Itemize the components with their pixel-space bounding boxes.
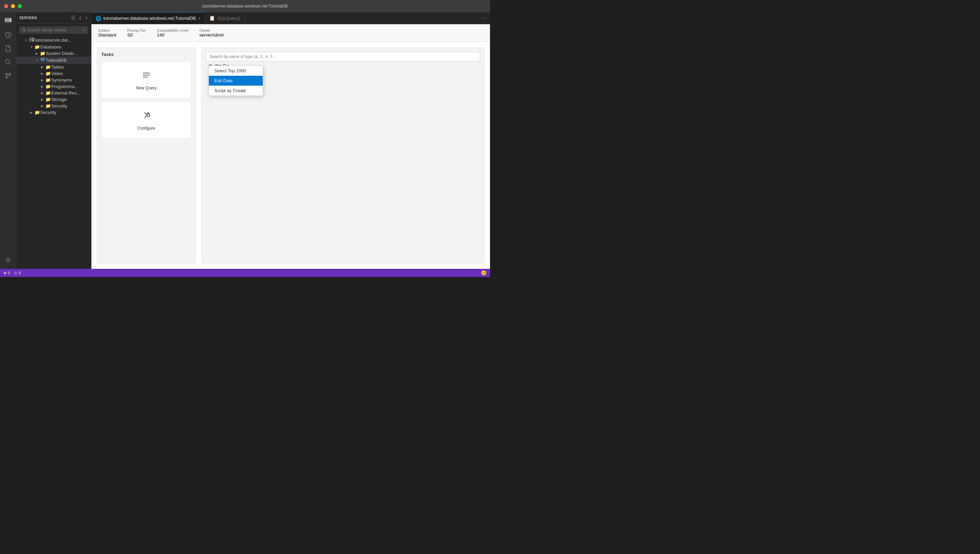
- db-info-bar: Edition Standard Pricing Tier S0 Compati…: [91, 24, 490, 42]
- tree-item-tables[interactable]: ▶ 📁 Tables: [16, 64, 91, 70]
- tab-tutorialdb-icon: 🌐: [96, 16, 101, 21]
- tree-item-security1[interactable]: ▶ 📁 Security: [16, 103, 91, 109]
- storage-label: Storage: [51, 97, 91, 102]
- svg-line-6: [9, 63, 11, 65]
- system-db-folder-icon: 📁: [40, 51, 46, 56]
- tree: ▾ tutorialserver.dat... ▾ 📁 Databases: [16, 37, 91, 269]
- warning-icon: ⚠: [14, 271, 18, 275]
- tree-item-storage[interactable]: ▶ 📁 Storage: [16, 96, 91, 103]
- search-clear-icon[interactable]: ×: [83, 28, 86, 32]
- pricing-value: S0: [127, 32, 146, 38]
- views-folder-icon: 📁: [45, 71, 51, 76]
- two-col-layout: Tasks New Query: [91, 42, 490, 269]
- tree-item-security2[interactable]: ▶ 📁 Security: [16, 109, 91, 116]
- tree-item-synonyms[interactable]: ▶ 📁 Synonyms: [16, 77, 91, 83]
- svg-point-7: [6, 73, 8, 75]
- compat-value: 140: [157, 32, 188, 38]
- status-bar: ⊗ 0 ⚠ 0 😊: [0, 269, 490, 277]
- chevron-tables: ▶: [40, 65, 45, 69]
- programmability-label: Programma...: [51, 84, 91, 89]
- edition-value: Standard: [98, 32, 116, 38]
- activity-git-icon[interactable]: [2, 70, 14, 82]
- sidebar-icon-btn-1[interactable]: ☰: [70, 14, 76, 21]
- tree-item-external-res[interactable]: ▶ 📁 External Res...: [16, 90, 91, 96]
- security1-folder-icon: 📁: [45, 103, 51, 108]
- chevron-tutorialdb: ▾: [34, 58, 40, 62]
- status-errors: ⊗ 0: [3, 271, 10, 275]
- tree-item-system-db[interactable]: ▶ 📁 System Datab...: [16, 50, 91, 57]
- tab-tutorialdb-close[interactable]: ×: [198, 16, 201, 21]
- tree-item-views[interactable]: ▶ 📁 Views: [16, 70, 91, 77]
- tables-panel: ▦ dbo.Cu Select Top 1000 Edit Data Scrip…: [201, 48, 484, 263]
- context-menu-script-as-create[interactable]: Script as Create: [209, 86, 263, 96]
- maximize-button[interactable]: [18, 4, 22, 8]
- chevron-security1: ▶: [40, 104, 45, 108]
- sidebar-title: SERVERS: [19, 16, 69, 20]
- pricing-label: Pricing Tier: [127, 28, 146, 32]
- databases-label: Databases: [40, 45, 91, 49]
- tree-item-databases[interactable]: ▾ 📁 Databases: [16, 44, 91, 50]
- db-info-compat: Compatibility Level 140: [157, 28, 188, 38]
- external-res-label: External Res...: [51, 91, 91, 96]
- activity-file-icon[interactable]: [2, 42, 14, 54]
- tab-more-button[interactable]: ···: [477, 15, 490, 21]
- configure-card[interactable]: Configure: [101, 101, 191, 139]
- owner-value: serverAdmin: [199, 32, 224, 38]
- chevron-synonyms: ▶: [40, 78, 45, 82]
- svg-point-8: [6, 77, 8, 78]
- new-query-icon: [141, 70, 152, 83]
- svg-line-13: [25, 31, 25, 32]
- svg-point-16: [32, 38, 33, 39]
- tree-item-server[interactable]: ▾ tutorialserver.dat...: [16, 37, 91, 44]
- sidebar-icon-btn-2[interactable]: ⤓: [78, 14, 83, 21]
- chevron-server: ▾: [23, 38, 29, 42]
- tasks-panel: Tasks New Query: [97, 48, 196, 263]
- tree-item-tutorialdb[interactable]: ▾ TutorialDB: [16, 57, 91, 64]
- window-title: tutorialserver.database.windows.net:Tuto…: [202, 4, 288, 8]
- chevron-views: ▶: [40, 72, 45, 75]
- owner-label: Owner: [199, 28, 224, 32]
- tab-bar: 🌐 tutorialserver.database.windows.net:Tu…: [91, 12, 490, 24]
- tab-tutorialdb[interactable]: 🌐 tutorialserver.database.windows.net:Tu…: [91, 12, 205, 24]
- activity-clock-icon[interactable]: [2, 29, 14, 41]
- synonyms-folder-icon: 📁: [45, 78, 51, 83]
- tree-item-programmability[interactable]: ▶ 📁 Programma...: [16, 83, 91, 90]
- context-menu: Select Top 1000 Edit Data Script as Crea…: [209, 65, 263, 96]
- edition-label: Edition: [98, 28, 116, 32]
- programmability-folder-icon: 📁: [45, 84, 51, 89]
- traffic-lights: [4, 4, 22, 8]
- sidebar-icon-btn-3[interactable]: +: [84, 14, 88, 21]
- activity-settings-icon[interactable]: [2, 254, 14, 266]
- chevron-security2: ▶: [29, 110, 34, 114]
- svg-point-5: [5, 59, 10, 64]
- titlebar: tutorialserver.database.windows.net:Tuto…: [0, 0, 490, 12]
- search-input[interactable]: [27, 28, 82, 32]
- close-button[interactable]: [4, 4, 8, 8]
- search-tables-input[interactable]: [206, 52, 480, 61]
- configure-label: Configure: [137, 126, 155, 131]
- system-db-label: System Datab...: [46, 51, 91, 56]
- db-info-owner: Owner serverAdmin: [199, 28, 224, 38]
- svg-point-3: [10, 21, 11, 21]
- databases-folder-icon: 📁: [34, 45, 40, 49]
- tasks-panel-title: Tasks: [101, 52, 191, 57]
- new-query-card[interactable]: New Query: [101, 61, 191, 99]
- chevron-storage: ▶: [40, 97, 45, 101]
- server-tree-icon: [29, 37, 35, 43]
- context-menu-select-top-1000[interactable]: Select Top 1000: [209, 66, 263, 76]
- context-menu-edit-data[interactable]: Edit Data: [209, 76, 263, 86]
- tab-sqlquery-icon: 📋: [209, 15, 215, 21]
- activity-search-icon[interactable]: [2, 56, 14, 68]
- main-area: 🌐 tutorialserver.database.windows.net:Tu…: [91, 12, 490, 269]
- smiley-icon: 😊: [481, 270, 487, 275]
- minimize-button[interactable]: [11, 4, 15, 8]
- configure-icon: [141, 110, 152, 123]
- views-label: Views: [51, 71, 91, 76]
- tab-sqlquery[interactable]: 📋 SQLQuery1: [205, 12, 245, 24]
- svg-point-2: [10, 19, 11, 19]
- warning-count: 0: [19, 271, 21, 275]
- tab-tutorialdb-label: tutorialserver.database.windows.net:Tuto…: [104, 16, 196, 21]
- svg-point-18: [41, 58, 45, 59]
- tables-label: Tables: [51, 64, 91, 70]
- activity-server-icon[interactable]: [2, 15, 14, 27]
